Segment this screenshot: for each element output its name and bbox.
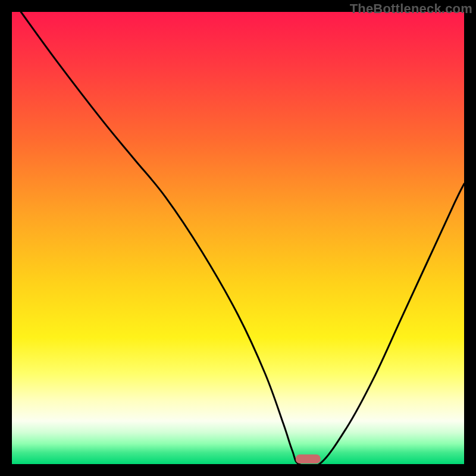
- chart-frame: TheBottleneck.com: [0, 0, 476, 476]
- optimal-marker: [296, 455, 321, 464]
- watermark-text: TheBottleneck.com: [350, 1, 472, 17]
- bottleneck-chart: [12, 12, 464, 464]
- gradient-background: [12, 12, 464, 464]
